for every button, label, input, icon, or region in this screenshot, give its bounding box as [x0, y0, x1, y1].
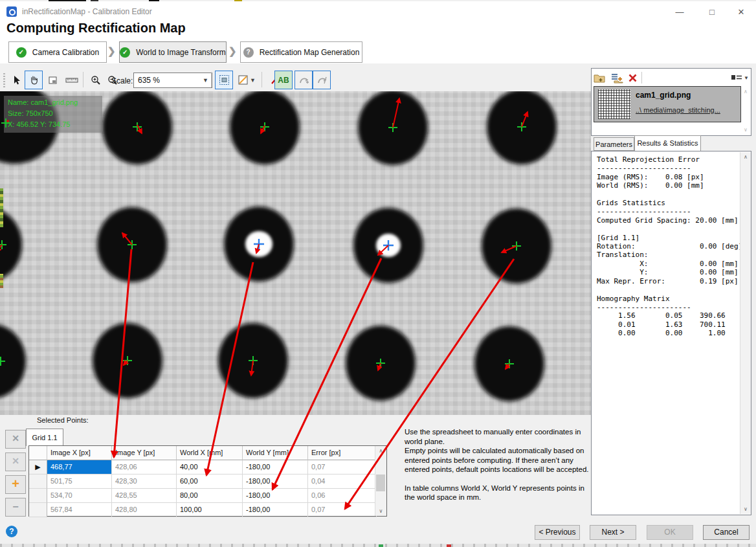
image-list-item-selected[interactable]: cam1_grid.png ..\ media\image_stitching.…: [594, 86, 741, 122]
cancel-button[interactable]: Cancel: [703, 525, 750, 540]
table-cell[interactable]: -180,00: [243, 474, 308, 489]
select-tool-button[interactable]: [8, 71, 25, 89]
view-mode-button[interactable]: ▼: [731, 74, 749, 81]
scroll-up-icon[interactable]: ∧: [740, 152, 751, 162]
add-image-list-icon[interactable]: [610, 73, 624, 84]
zoom-in-icon: [91, 75, 101, 85]
table-cell[interactable]: 428,06: [112, 460, 177, 474]
image-file-path-link[interactable]: ..\ media\image_stitching...: [636, 106, 720, 114]
table-cell[interactable]: 428,80: [112, 503, 177, 517]
wizard-step-camera-calibration[interactable]: ✓ Camera Calibration: [8, 41, 107, 63]
image-list-scrollbar[interactable]: ∧ ∨: [742, 87, 750, 135]
wizard-step-label: World to Image Transform: [136, 48, 226, 57]
table-cell[interactable]: 0,04: [308, 474, 377, 489]
close-button[interactable]: ✕: [731, 6, 751, 19]
table-cell[interactable]: 428,55: [112, 489, 177, 503]
table-cell[interactable]: 0,07: [308, 460, 377, 474]
wizard-step-rectification-map[interactable]: ? Rectification Map Generation: [240, 41, 362, 63]
table-cell[interactable]: 100,00: [177, 503, 243, 517]
overlay-toggle-button[interactable]: ▼: [234, 71, 259, 89]
toolbar-separator: [641, 72, 642, 84]
remove-image-icon[interactable]: [628, 73, 638, 83]
table-header-cell: Image X [px]: [47, 446, 112, 460]
maximize-button[interactable]: □: [702, 6, 722, 19]
table-cell[interactable]: 534,70: [47, 489, 112, 503]
table-row[interactable]: 501,75428,3060,00-180,000,04: [29, 474, 386, 489]
toolbar-grip[interactable]: [3, 72, 5, 87]
minimize-button[interactable]: —: [670, 6, 689, 19]
tab-parameters[interactable]: Parameters: [594, 137, 634, 151]
row-selector-cell[interactable]: [29, 503, 47, 517]
table-cell[interactable]: 567,84: [47, 503, 112, 517]
delete-icon: ✕: [12, 433, 19, 443]
scale-combobox[interactable]: 635 % ▼: [133, 73, 212, 88]
toolbar-separator: [261, 72, 262, 87]
table-scrollbar[interactable]: ∧∨: [375, 446, 386, 516]
scale-label: Scale:: [111, 76, 133, 85]
add-image-icon[interactable]: [594, 73, 606, 84]
next-button[interactable]: Next >: [590, 525, 636, 540]
table-row[interactable]: 534,70428,5580,00-180,000,06: [29, 489, 386, 503]
table-cell[interactable]: 0,06: [308, 489, 377, 503]
grid-tab[interactable]: Grid 1.1: [26, 429, 63, 446]
table-cell[interactable]: 468,77: [47, 460, 112, 474]
table-cell[interactable]: 0,07: [308, 503, 377, 517]
table-cell[interactable]: -180,00: [243, 489, 308, 503]
ok-button: OK: [647, 525, 693, 540]
image-viewer-canvas[interactable]: Name: cam1_grid.png Size: 750x750 X: 456…: [0, 91, 591, 415]
delete-all-points-button[interactable]: ✕: [5, 452, 26, 471]
fit-view-button[interactable]: [215, 71, 233, 89]
statistics-scrollbar[interactable]: ∧ ∨: [740, 152, 751, 514]
ab-label: AB: [278, 76, 289, 85]
image-thumbnail: [598, 89, 630, 119]
fit-view-icon: [219, 74, 230, 85]
instructions-text: Use the spreadsheet to manually enter co…: [405, 427, 592, 502]
table-header-cell: [29, 446, 47, 460]
measure-tool-button[interactable]: [62, 71, 82, 89]
chevron-right-icon: ❯: [107, 45, 116, 57]
minus-icon: −: [12, 501, 18, 512]
scroll-up-icon[interactable]: ∧: [742, 87, 750, 96]
undo-point-move-button[interactable]: [295, 71, 313, 89]
table-row[interactable]: ▶468,77428,0640,00-180,000,07: [29, 460, 386, 474]
question-icon: ?: [243, 47, 254, 58]
table-row[interactable]: 567,84428,80100,00-180,000,07: [29, 503, 386, 517]
table-cell[interactable]: 80,00: [177, 489, 243, 503]
table-cell[interactable]: -180,00: [243, 460, 308, 474]
delete-point-button[interactable]: ✕: [5, 430, 26, 449]
scroll-down-icon[interactable]: ∨: [740, 504, 751, 514]
preview-window-button[interactable]: [44, 71, 62, 89]
zoom-in-button[interactable]: [87, 71, 105, 89]
points-table[interactable]: Image X [px]Image Y [px]World X [mm]Worl…: [28, 445, 387, 517]
image-size-line: Size: 750x750: [8, 108, 102, 119]
edit-point-path-button[interactable]: [313, 71, 331, 89]
scroll-down-icon[interactable]: ∨: [375, 506, 386, 516]
table-cell[interactable]: 40,00: [177, 460, 243, 474]
labels-toggle-button[interactable]: AB: [274, 71, 293, 89]
cursor-coords-line: X: 456.52 Y: 734.75: [8, 119, 102, 130]
table-cell[interactable]: 60,00: [177, 474, 243, 489]
table-cell[interactable]: 501,75: [47, 474, 112, 489]
instructions-paragraph: Empty points will be calculated automati…: [405, 446, 592, 474]
page-title: Computing Rectification Map: [6, 21, 186, 36]
table-cell[interactable]: -180,00: [243, 503, 308, 517]
scroll-thumb[interactable]: [376, 474, 385, 491]
remove-point-button[interactable]: −: [5, 498, 26, 517]
table-cell[interactable]: 428,30: [112, 474, 177, 489]
scroll-down-icon[interactable]: ∨: [742, 125, 750, 135]
row-selector-cell[interactable]: ▶: [29, 460, 47, 474]
row-selector-cell[interactable]: [29, 489, 47, 503]
add-point-button[interactable]: +: [5, 475, 26, 494]
help-icon[interactable]: ?: [6, 526, 17, 537]
tab-results-statistics[interactable]: Results & Statistics: [634, 135, 701, 151]
instructions-paragraph: Use the spreadsheet to manually enter co…: [405, 427, 592, 446]
toolbar-separator: [83, 72, 83, 87]
wizard-step-world-to-image[interactable]: ✓ World to Image Transform: [119, 41, 227, 63]
row-selector-cell[interactable]: [29, 474, 47, 489]
pan-tool-button[interactable]: [25, 71, 43, 89]
scroll-up-icon[interactable]: ∧: [375, 446, 386, 456]
previous-button[interactable]: < Previous: [535, 525, 580, 540]
cursor-icon: [11, 75, 21, 85]
chevron-down-icon: ▼: [744, 75, 749, 81]
table-header-cell: Image Y [px]: [112, 446, 177, 460]
